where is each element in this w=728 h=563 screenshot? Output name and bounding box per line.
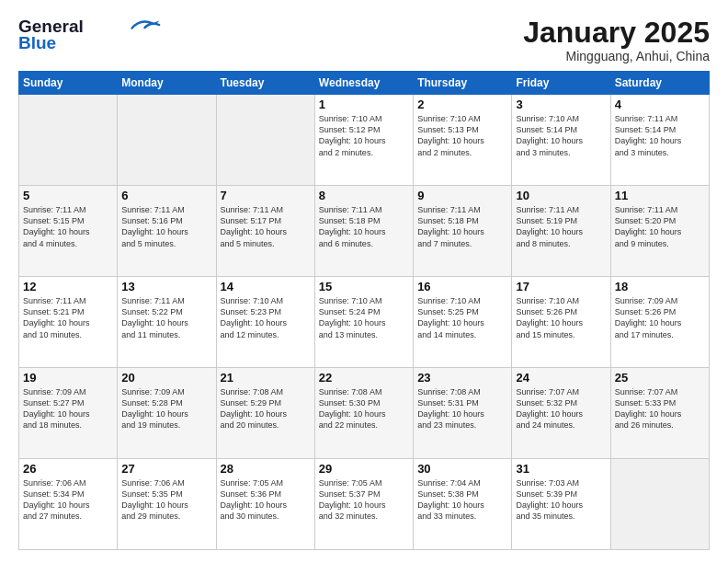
day-info: Sunrise: 7:11 AM Sunset: 5:18 PM Dayligh…	[417, 204, 507, 249]
table-row: 5Sunrise: 7:11 AM Sunset: 5:15 PM Daylig…	[19, 186, 118, 277]
table-row: 18Sunrise: 7:09 AM Sunset: 5:26 PM Dayli…	[610, 277, 709, 368]
col-friday: Friday	[512, 72, 610, 95]
day-number: 31	[516, 462, 606, 476]
day-info: Sunrise: 7:11 AM Sunset: 5:15 PM Dayligh…	[23, 204, 113, 249]
table-row: 13Sunrise: 7:11 AM Sunset: 5:22 PM Dayli…	[118, 277, 216, 368]
week-row-5: 26Sunrise: 7:06 AM Sunset: 5:34 PM Dayli…	[19, 459, 710, 550]
day-info: Sunrise: 7:10 AM Sunset: 5:12 PM Dayligh…	[319, 113, 409, 158]
day-number: 17	[516, 280, 606, 293]
day-info: Sunrise: 7:05 AM Sunset: 5:36 PM Dayligh…	[221, 477, 311, 523]
day-number: 15	[319, 280, 409, 293]
table-row: 19Sunrise: 7:09 AM Sunset: 5:27 PM Dayli…	[19, 368, 118, 459]
calendar-table: Sunday Monday Tuesday Wednesday Thursday…	[18, 71, 710, 550]
day-info: Sunrise: 7:11 AM Sunset: 5:21 PM Dayligh…	[23, 295, 113, 340]
day-number: 19	[23, 371, 113, 385]
table-row: 31Sunrise: 7:03 AM Sunset: 5:39 PM Dayli…	[512, 459, 610, 550]
col-sunday: Sunday	[19, 72, 118, 95]
table-row: 10Sunrise: 7:11 AM Sunset: 5:19 PM Dayli…	[512, 186, 610, 277]
table-row: 28Sunrise: 7:05 AM Sunset: 5:36 PM Dayli…	[216, 459, 314, 550]
day-info: Sunrise: 7:11 AM Sunset: 5:14 PM Dayligh…	[615, 113, 705, 158]
day-number: 27	[121, 462, 211, 476]
day-number: 30	[417, 462, 507, 476]
day-info: Sunrise: 7:10 AM Sunset: 5:23 PM Dayligh…	[221, 295, 311, 340]
day-number: 6	[121, 189, 211, 202]
col-thursday: Thursday	[414, 72, 512, 95]
location-subtitle: Mingguang, Anhui, China	[523, 49, 710, 63]
day-info: Sunrise: 7:05 AM Sunset: 5:37 PM Dayligh…	[319, 477, 409, 523]
day-info: Sunrise: 7:06 AM Sunset: 5:34 PM Dayligh…	[23, 477, 113, 523]
day-info: Sunrise: 7:10 AM Sunset: 5:14 PM Dayligh…	[516, 113, 606, 158]
day-info: Sunrise: 7:08 AM Sunset: 5:30 PM Dayligh…	[319, 386, 409, 431]
day-number: 8	[319, 189, 409, 202]
day-number: 2	[417, 98, 507, 111]
logo: General Blue	[18, 17, 161, 53]
day-number: 14	[221, 280, 311, 293]
day-number: 21	[221, 371, 311, 385]
week-row-3: 12Sunrise: 7:11 AM Sunset: 5:21 PM Dayli…	[19, 277, 710, 368]
month-title: January 2025	[523, 17, 710, 49]
col-saturday: Saturday	[610, 72, 709, 95]
table-row: 14Sunrise: 7:10 AM Sunset: 5:23 PM Dayli…	[216, 277, 314, 368]
day-number: 25	[615, 371, 705, 385]
day-info: Sunrise: 7:11 AM Sunset: 5:20 PM Dayligh…	[615, 204, 705, 249]
table-row: 7Sunrise: 7:11 AM Sunset: 5:17 PM Daylig…	[216, 186, 314, 277]
day-number: 26	[23, 462, 113, 476]
day-info: Sunrise: 7:03 AM Sunset: 5:39 PM Dayligh…	[516, 477, 606, 523]
table-row: 22Sunrise: 7:08 AM Sunset: 5:30 PM Dayli…	[314, 368, 413, 459]
day-info: Sunrise: 7:10 AM Sunset: 5:26 PM Dayligh…	[516, 295, 606, 340]
table-row: 30Sunrise: 7:04 AM Sunset: 5:38 PM Dayli…	[414, 459, 512, 550]
day-number: 3	[516, 98, 606, 111]
day-info: Sunrise: 7:08 AM Sunset: 5:31 PM Dayligh…	[417, 386, 507, 431]
day-number: 4	[615, 98, 705, 111]
day-info: Sunrise: 7:08 AM Sunset: 5:29 PM Dayligh…	[221, 386, 311, 431]
table-row	[610, 459, 709, 550]
week-row-4: 19Sunrise: 7:09 AM Sunset: 5:27 PM Dayli…	[19, 368, 710, 459]
day-number: 13	[121, 280, 211, 293]
day-info: Sunrise: 7:10 AM Sunset: 5:13 PM Dayligh…	[417, 113, 507, 158]
table-row: 4Sunrise: 7:11 AM Sunset: 5:14 PM Daylig…	[610, 95, 709, 186]
day-number: 10	[516, 189, 606, 202]
table-row: 17Sunrise: 7:10 AM Sunset: 5:26 PM Dayli…	[512, 277, 610, 368]
day-info: Sunrise: 7:09 AM Sunset: 5:26 PM Dayligh…	[615, 295, 705, 340]
day-number: 18	[615, 280, 705, 293]
table-row: 8Sunrise: 7:11 AM Sunset: 5:18 PM Daylig…	[314, 186, 413, 277]
day-info: Sunrise: 7:11 AM Sunset: 5:18 PM Dayligh…	[319, 204, 409, 249]
table-row: 25Sunrise: 7:07 AM Sunset: 5:33 PM Dayli…	[610, 368, 709, 459]
day-info: Sunrise: 7:06 AM Sunset: 5:35 PM Dayligh…	[121, 477, 211, 523]
title-block: January 2025 Mingguang, Anhui, China	[523, 17, 710, 63]
table-row: 12Sunrise: 7:11 AM Sunset: 5:21 PM Dayli…	[19, 277, 118, 368]
logo-bird-icon	[128, 17, 161, 35]
day-number: 28	[221, 462, 311, 476]
table-row: 1Sunrise: 7:10 AM Sunset: 5:12 PM Daylig…	[314, 95, 413, 186]
week-row-2: 5Sunrise: 7:11 AM Sunset: 5:15 PM Daylig…	[19, 186, 710, 277]
table-row: 6Sunrise: 7:11 AM Sunset: 5:16 PM Daylig…	[118, 186, 216, 277]
day-info: Sunrise: 7:11 AM Sunset: 5:16 PM Dayligh…	[121, 204, 211, 249]
table-row	[118, 95, 216, 186]
day-number: 11	[615, 189, 705, 202]
table-row: 20Sunrise: 7:09 AM Sunset: 5:28 PM Dayli…	[118, 368, 216, 459]
table-row	[19, 95, 118, 186]
table-row: 26Sunrise: 7:06 AM Sunset: 5:34 PM Dayli…	[19, 459, 118, 550]
logo-blue: Blue	[18, 33, 56, 53]
day-info: Sunrise: 7:09 AM Sunset: 5:28 PM Dayligh…	[121, 386, 211, 431]
day-number: 22	[319, 371, 409, 385]
header: General Blue January 2025 Mingguang, Anh…	[18, 17, 710, 63]
table-row: 15Sunrise: 7:10 AM Sunset: 5:24 PM Dayli…	[314, 277, 413, 368]
calendar-header-row: Sunday Monday Tuesday Wednesday Thursday…	[19, 72, 710, 95]
col-monday: Monday	[118, 72, 216, 95]
table-row: 21Sunrise: 7:08 AM Sunset: 5:29 PM Dayli…	[216, 368, 314, 459]
day-number: 7	[221, 189, 311, 202]
day-number: 16	[417, 280, 507, 293]
day-number: 12	[23, 280, 113, 293]
day-number: 29	[319, 462, 409, 476]
table-row: 3Sunrise: 7:10 AM Sunset: 5:14 PM Daylig…	[512, 95, 610, 186]
table-row: 23Sunrise: 7:08 AM Sunset: 5:31 PM Dayli…	[414, 368, 512, 459]
day-number: 23	[417, 371, 507, 385]
week-row-1: 1Sunrise: 7:10 AM Sunset: 5:12 PM Daylig…	[19, 95, 710, 186]
col-tuesday: Tuesday	[216, 72, 314, 95]
table-row	[216, 95, 314, 186]
day-info: Sunrise: 7:10 AM Sunset: 5:24 PM Dayligh…	[319, 295, 409, 340]
day-info: Sunrise: 7:11 AM Sunset: 5:22 PM Dayligh…	[121, 295, 211, 340]
table-row: 16Sunrise: 7:10 AM Sunset: 5:25 PM Dayli…	[414, 277, 512, 368]
day-info: Sunrise: 7:10 AM Sunset: 5:25 PM Dayligh…	[417, 295, 507, 340]
